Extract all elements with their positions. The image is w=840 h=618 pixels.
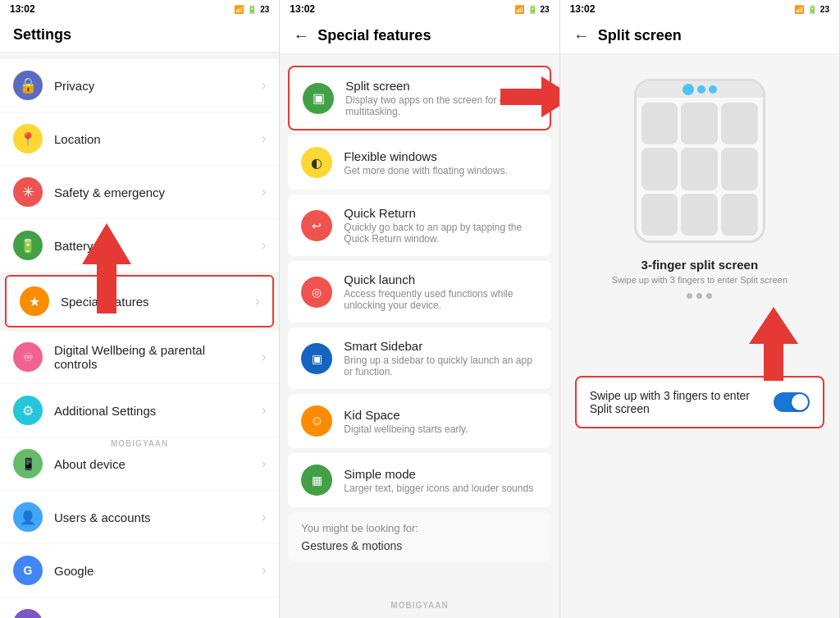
app-icon-2 <box>681 103 718 144</box>
signal-icon-2: 📶 <box>514 5 524 14</box>
quick-return-sub: Quickly go back to an app by tapping the… <box>344 222 537 245</box>
quick-launch-icon: ◎ <box>301 277 332 308</box>
realme-icon: 🔬 <box>13 609 43 618</box>
settings-item-users[interactable]: 👤 Users & accounts › <box>0 491 279 543</box>
digital-label: Digital Wellbeing & parental controls <box>54 343 250 371</box>
app-icon-1 <box>641 103 678 144</box>
settings-item-about[interactable]: 📱 About device › <box>0 437 279 490</box>
app-icon-3 <box>721 103 758 144</box>
users-label: Users & accounts <box>54 510 250 524</box>
flexible-label: Flexible windows <box>344 149 507 163</box>
split-screen-content: 3-finger split screen Swipe up with 3 fi… <box>560 54 839 618</box>
phone-dot-1 <box>682 84 694 95</box>
quick-launch-label: Quick launch <box>344 272 537 286</box>
time-2: 13:02 <box>290 3 315 15</box>
quick-return-icon: ↩ <box>301 210 332 241</box>
app-icon-9 <box>721 194 758 236</box>
phone-illustration <box>634 79 765 243</box>
about-icon: 📱 <box>13 449 43 478</box>
settings-item-battery[interactable]: 🔋 Battery › <box>0 219 279 272</box>
safety-icon: ✳ <box>13 177 43 207</box>
additional-label: Additional Settings <box>54 404 250 418</box>
toggle-row-split[interactable]: Swipe up with 3 fingers to enter Split s… <box>575 376 824 428</box>
status-icons-1: 📶 🔋 23 <box>234 5 269 14</box>
signal-icon-1: 📶 <box>234 5 244 14</box>
settings-item-digital[interactable]: ♾ Digital Wellbeing & parental controls … <box>0 331 279 383</box>
safety-label: Safety & emergency <box>54 185 250 199</box>
settings-item-safety[interactable]: ✳ Safety & emergency › <box>0 166 279 218</box>
simple-mode-icon: ▦ <box>301 465 332 496</box>
special-feature-kid-space[interactable]: ☺ Kid Space Digital wellbeing starts ear… <box>288 394 550 448</box>
panel-split-screen: 13:02 📶 🔋 23 ← Split screen <box>560 0 840 618</box>
about-chevron: › <box>262 456 266 471</box>
google-chevron: › <box>262 563 266 578</box>
settings-item-special[interactable]: ★ Special features › <box>5 275 274 327</box>
phone-dot-3 <box>709 85 717 94</box>
status-bar-2: 13:02 📶 🔋 23 <box>280 0 559 18</box>
illustration-caption: 3-finger split screen <box>641 258 759 272</box>
page-dots <box>687 293 712 299</box>
special-feature-quick-return[interactable]: ↩ Quick Return Quickly go back to an app… <box>288 195 550 256</box>
additional-chevron: › <box>262 403 266 418</box>
settings-item-realme[interactable]: 🔬 realme Lab › <box>0 597 279 618</box>
settings-item-additional[interactable]: ⚙ Additional Settings › <box>0 384 279 437</box>
status-bar-3: 13:02 📶 🔋 23 <box>560 0 839 18</box>
looking-for-title: You might be looking for: <box>301 522 537 534</box>
special-feature-split[interactable]: ▣ Split screen Display two apps on the s… <box>288 66 550 130</box>
privacy-chevron: › <box>262 78 266 93</box>
location-icon: 📍 <box>13 124 43 153</box>
split-label: Split screen <box>345 79 536 93</box>
battery-pct-2: 23 <box>541 5 550 14</box>
google-label: Google <box>54 564 250 578</box>
special-feature-smart-sidebar[interactable]: ▣ Smart Sidebar Bring up a sidebar to qu… <box>288 327 550 389</box>
app-icon-8 <box>681 194 718 236</box>
watermark-2: MOBIGYAAN <box>390 601 448 610</box>
special-features-title: Special features <box>317 27 431 44</box>
battery-icon-2: 🔋 <box>527 5 537 14</box>
special-feature-simple-mode[interactable]: ▦ Simple mode Larger text, bigger icons … <box>288 453 550 507</box>
settings-item-privacy[interactable]: 🔒 Privacy › <box>0 59 279 112</box>
status-bar-1: 13:02 📶 🔋 23 <box>0 0 279 18</box>
battery-icon: 🔋 <box>13 231 43 260</box>
dot-1 <box>687 293 692 299</box>
time-3: 13:02 <box>570 3 596 15</box>
split-sub: Display two apps on the screen for easie… <box>345 94 536 117</box>
settings-item-google[interactable]: G Google › <box>0 544 279 597</box>
special-feature-quick-launch[interactable]: ◎ Quick launch Access frequently used fu… <box>288 261 550 323</box>
red-arrow-down-panel1 <box>74 223 139 314</box>
special-chevron: › <box>255 294 259 309</box>
privacy-label: Privacy <box>54 79 250 93</box>
back-arrow-2[interactable]: ← <box>293 26 309 45</box>
split-screen-topbar: ← Split screen <box>560 18 839 54</box>
smart-sidebar-sub: Bring up a sidebar to quickly launch an … <box>344 355 537 378</box>
flexible-icon: ◐ <box>301 147 332 178</box>
dot-2 <box>696 293 702 299</box>
back-arrow-3[interactable]: ← <box>573 26 590 45</box>
digital-icon: ♾ <box>13 342 43 372</box>
panel-special-features: 13:02 📶 🔋 23 ← Special features ▣ Split … <box>280 0 559 618</box>
battery-pct-3: 23 <box>820 5 829 14</box>
app-icon-6 <box>721 148 758 190</box>
phone-dot-2 <box>697 85 705 94</box>
app-icon-7 <box>641 194 678 236</box>
special-feature-flexible[interactable]: ◐ Flexible windows Get more done with fl… <box>288 135 550 190</box>
settings-label: Settings <box>13 26 71 43</box>
special-icon: ★ <box>20 286 49 316</box>
toggle-switch-split[interactable] <box>774 392 810 412</box>
google-icon: G <box>13 556 43 585</box>
battery-chevron: › <box>262 238 266 253</box>
looking-for-link[interactable]: Gestures & motions <box>301 539 537 552</box>
quick-launch-sub: Access frequently used functions while u… <box>344 288 537 311</box>
split-icon: ▣ <box>303 83 334 114</box>
panel-settings: 13:02 📶 🔋 23 Settings 🔒 Privacy › 📍 Loca… <box>0 0 280 618</box>
location-label: Location <box>54 132 250 146</box>
flexible-sub: Get more done with floating windows. <box>344 165 507 176</box>
location-chevron: › <box>262 131 266 146</box>
smart-sidebar-icon: ▣ <box>301 343 332 374</box>
dot-3 <box>706 293 712 299</box>
settings-item-location[interactable]: 📍 Location › <box>0 112 279 165</box>
simple-mode-label: Simple mode <box>344 467 533 481</box>
users-chevron: › <box>262 510 266 524</box>
settings-title: Settings <box>0 18 279 53</box>
battery-icon-1: 🔋 <box>247 5 257 14</box>
